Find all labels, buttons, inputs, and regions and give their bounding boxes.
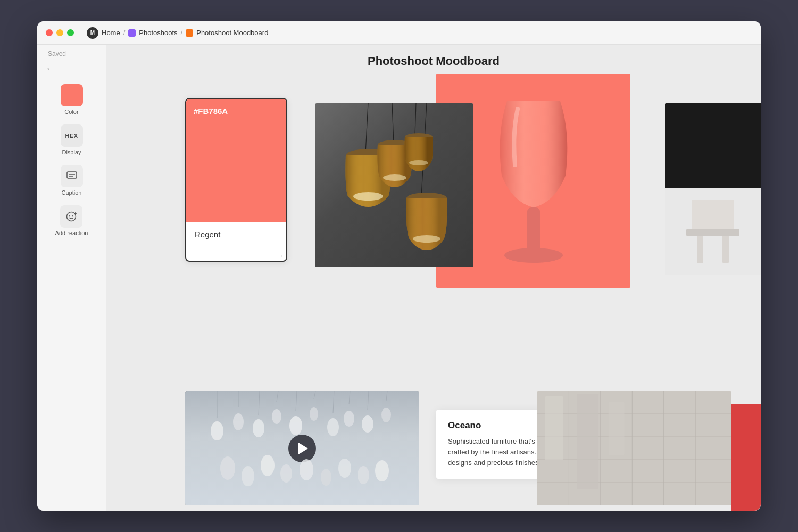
breadcrumb: M Home / Photoshoots / Photoshoot Moodbo…	[87, 27, 268, 39]
color-card[interactable]: #FB786A Regent ⌟	[185, 98, 287, 262]
color-name: Regent	[186, 222, 286, 246]
svg-point-47	[242, 466, 254, 486]
back-button[interactable]: ←	[46, 64, 54, 73]
svg-line-29	[277, 391, 278, 402]
svg-point-54	[375, 460, 389, 481]
svg-point-40	[289, 416, 302, 435]
architecture-background	[537, 391, 731, 505]
svg-point-15	[383, 174, 406, 181]
svg-point-37	[233, 413, 244, 430]
svg-point-52	[338, 459, 351, 478]
svg-line-34	[368, 391, 369, 410]
breadcrumb-moodboard[interactable]: Photoshoot Moodboard	[186, 29, 268, 37]
svg-point-36	[211, 421, 223, 440]
breadcrumb-moodboard-label: Photoshoot Moodboard	[196, 29, 268, 37]
red-strip	[731, 404, 761, 511]
svg-point-4	[69, 215, 70, 217]
video-background	[185, 391, 419, 505]
architecture-image	[537, 391, 731, 505]
app-logo-icon: M	[87, 27, 98, 39]
svg-point-50	[300, 459, 313, 480]
close-button[interactable]	[46, 29, 53, 36]
hex-display-icon: HEX	[61, 124, 83, 147]
color-swatch-icon	[61, 84, 83, 106]
display-tool-label: Display	[62, 149, 81, 155]
svg-line-30	[296, 391, 297, 411]
svg-point-41	[310, 407, 318, 421]
svg-rect-55	[537, 391, 731, 505]
svg-point-5	[72, 215, 73, 217]
svg-point-48	[261, 455, 275, 476]
svg-line-32	[333, 391, 334, 413]
svg-point-51	[321, 469, 331, 486]
titlebar: M Home / Photoshoots / Photoshoot Moodbo…	[37, 21, 761, 45]
svg-rect-22	[692, 200, 734, 231]
app-window: M Home / Photoshoots / Photoshoot Moodbo…	[37, 21, 761, 511]
svg-point-46	[220, 456, 235, 480]
svg-point-42	[327, 418, 339, 436]
svg-line-35	[386, 391, 387, 401]
drops-container	[185, 391, 419, 505]
svg-rect-65	[545, 396, 563, 460]
goblet-svg	[443, 80, 624, 282]
add-reaction-tool-label: Add reaction	[55, 230, 88, 236]
add-reaction-icon	[60, 205, 82, 228]
svg-point-39	[272, 409, 281, 424]
breadcrumb-home[interactable]: Home	[102, 29, 120, 37]
svg-line-28	[259, 391, 260, 415]
minimize-button[interactable]	[56, 29, 63, 36]
breadcrumb-photoshoots-label: Photoshoots	[139, 29, 177, 37]
traffic-lights	[46, 29, 74, 36]
breadcrumb-sep-2: /	[181, 29, 183, 37]
sidebar-tool-display[interactable]: HEX Display	[61, 124, 83, 155]
maximize-button[interactable]	[67, 29, 74, 36]
goblet-image-area	[436, 74, 630, 288]
sidebar-tool-add-reaction[interactable]: Add reaction	[55, 205, 88, 236]
breadcrumb-sep-1: /	[123, 29, 126, 37]
svg-line-31	[314, 391, 315, 399]
svg-line-33	[349, 391, 350, 404]
canvas-area: Photoshoot Moodboard #FB786A Regent ⌟	[106, 45, 761, 511]
page-title: Photoshoot Moodboard	[106, 54, 761, 68]
sidebar-tool-caption[interactable]: Caption	[61, 165, 83, 196]
sidebar-tool-color[interactable]: Color	[61, 84, 83, 115]
caption-tool-label: Caption	[62, 189, 82, 196]
svg-point-44	[362, 415, 373, 433]
svg-line-9	[392, 103, 394, 143]
svg-point-49	[280, 464, 292, 483]
svg-rect-67	[609, 402, 625, 455]
breadcrumb-photoshoots[interactable]: Photoshoots	[128, 29, 177, 37]
resize-handle-icon[interactable]: ⌟	[280, 251, 283, 259]
sidebar: Saved ← Color HEX Display	[37, 45, 106, 511]
svg-point-45	[381, 408, 391, 422]
photoshoots-color-dot	[128, 29, 136, 37]
svg-point-43	[344, 411, 354, 427]
svg-point-38	[253, 419, 264, 437]
main-area: Saved ← Color HEX Display	[37, 45, 761, 511]
caption-icon	[61, 165, 83, 187]
svg-point-53	[358, 466, 369, 484]
svg-point-17	[409, 160, 428, 165]
svg-rect-66	[577, 394, 598, 489]
svg-line-8	[365, 103, 368, 154]
color-hex-value: #FB786A	[194, 106, 228, 115]
color-swatch: #FB786A	[186, 99, 286, 222]
svg-line-10	[415, 103, 416, 135]
saved-label: Saved	[37, 50, 66, 57]
svg-point-13	[353, 192, 383, 201]
svg-rect-25	[686, 229, 739, 236]
color-tool-label: Color	[64, 109, 78, 115]
video-area[interactable]	[185, 391, 419, 505]
svg-rect-0	[67, 172, 77, 178]
chair-partial	[665, 188, 761, 275]
svg-point-21	[504, 248, 563, 263]
moodboard-color-dot	[186, 29, 193, 37]
